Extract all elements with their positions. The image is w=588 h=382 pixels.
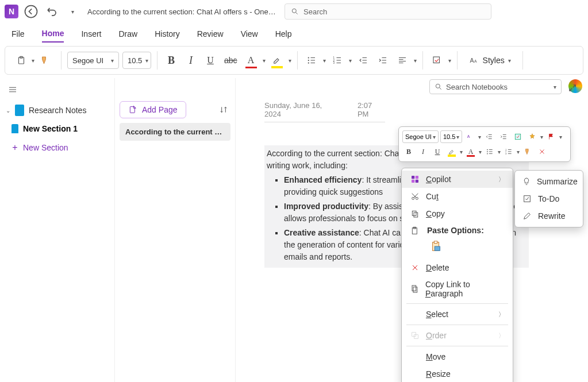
mini-todo-button[interactable] xyxy=(512,130,524,143)
numbering-menu[interactable]: ▾ xyxy=(349,57,352,64)
mini-size-combo[interactable]: 10.5▾ xyxy=(440,130,462,143)
tab-view[interactable]: View xyxy=(241,26,258,42)
customize-toolbar-button[interactable]: ▾ xyxy=(64,3,80,20)
ctx-cut[interactable]: Cut xyxy=(402,188,513,205)
mini-fontcolor-menu[interactable]: ▾ xyxy=(479,149,482,155)
mini-tags-button[interactable] xyxy=(526,130,539,143)
font-color-menu[interactable]: ▾ xyxy=(263,57,266,64)
font-name-combo[interactable]: Segoe UI▾ xyxy=(67,52,119,69)
align-menu[interactable]: ▾ xyxy=(414,57,417,64)
mini-flag-menu[interactable]: ▾ xyxy=(559,134,562,140)
underline-button[interactable]: U xyxy=(202,51,218,70)
global-search[interactable]: Search xyxy=(285,3,491,20)
tab-insert[interactable]: Insert xyxy=(81,26,101,42)
pages-sidebar: Add Page According to the current … xyxy=(115,78,236,382)
tab-draw[interactable]: Draw xyxy=(118,26,137,42)
expand-page-button[interactable] xyxy=(567,83,578,95)
notebook-header[interactable]: ⌄ Research Notes xyxy=(0,101,114,119)
ctx-delete[interactable]: Delete xyxy=(402,259,513,276)
checkbox-icon xyxy=(522,194,532,204)
tab-help[interactable]: Help xyxy=(275,26,292,42)
ctx-paste-header: Paste Options: xyxy=(402,222,513,236)
page-item-active[interactable]: According to the current … xyxy=(120,123,230,141)
ctx-label: Order xyxy=(426,331,447,340)
ctx-label: Delete xyxy=(426,263,449,272)
add-page-button[interactable]: Add Page xyxy=(120,101,186,118)
ctx-label: Copy Link to Paragraph xyxy=(425,280,505,298)
ctx-label: Copy xyxy=(426,209,445,218)
sub-todo[interactable]: To-Do xyxy=(515,190,583,207)
svg-point-6 xyxy=(308,62,309,63)
back-button[interactable] xyxy=(23,3,39,20)
mini-tags-menu[interactable]: ▾ xyxy=(540,134,543,140)
hamburger-button[interactable] xyxy=(5,80,21,99)
sort-pages-button[interactable] xyxy=(217,103,230,117)
mini-formatpainter-button[interactable] xyxy=(521,145,534,158)
mini-delete-button[interactable] xyxy=(536,145,548,158)
bullets-menu[interactable]: ▾ xyxy=(323,57,326,64)
font-color-button[interactable]: A xyxy=(243,51,259,70)
tab-home[interactable]: Home xyxy=(42,25,64,43)
sub-rewrite[interactable]: Rewrite xyxy=(515,207,583,225)
mini-bullets-menu[interactable]: ▾ xyxy=(498,149,501,155)
bullets-button[interactable] xyxy=(303,51,320,70)
indent-button[interactable] xyxy=(375,51,391,70)
sections-sidebar: ⌄ Research Notes New Section 1 + New Sec… xyxy=(0,78,115,382)
font-size-combo[interactable]: 10.5▾ xyxy=(122,52,151,69)
chevron-right-icon: 〉 xyxy=(498,310,505,319)
mini-italic-button[interactable]: I xyxy=(417,145,429,158)
ctx-label: Select xyxy=(426,310,448,319)
undo-button[interactable] xyxy=(44,3,60,20)
tab-history[interactable]: History xyxy=(155,26,180,42)
ctx-label: Cut xyxy=(426,192,439,201)
styles-button[interactable]: AA Styles▾ xyxy=(463,51,517,70)
svg-rect-37 xyxy=(413,287,417,292)
mini-fontcolor-button[interactable]: A xyxy=(464,145,477,158)
ctx-select[interactable]: Select 〉 xyxy=(402,306,513,323)
mini-outdent-button[interactable] xyxy=(483,130,495,143)
strikethrough-button[interactable]: abc xyxy=(222,51,240,70)
mini-styles-menu[interactable]: ▾ xyxy=(478,134,481,140)
tags-menu[interactable]: ▾ xyxy=(448,57,451,64)
highlight-button[interactable] xyxy=(269,51,285,70)
paste-button[interactable] xyxy=(13,51,29,70)
mini-numbering-button[interactable]: 123 xyxy=(502,145,515,158)
ctx-copy-link[interactable]: Copy Link to Paragraph xyxy=(402,276,513,302)
search-placeholder: Search xyxy=(303,7,327,16)
mini-highlight-menu[interactable]: ▾ xyxy=(460,149,463,155)
ctx-resize[interactable]: Resize xyxy=(402,365,513,382)
tab-file[interactable]: File xyxy=(11,26,25,42)
outdent-button[interactable] xyxy=(355,51,371,70)
sub-summarize[interactable]: Summarize xyxy=(515,173,583,190)
ctx-copilot[interactable]: Copilot 〉 xyxy=(402,171,513,188)
section-label: New Section 1 xyxy=(23,124,78,133)
new-section-button[interactable]: + New Section xyxy=(0,138,114,157)
mini-underline-button[interactable]: U xyxy=(431,145,444,158)
svg-text:A: A xyxy=(467,134,470,138)
mini-flag-button[interactable] xyxy=(545,130,558,143)
paste-menu-chevron[interactable]: ▾ xyxy=(32,57,34,64)
numbering-button[interactable]: 123 xyxy=(329,51,345,70)
mini-styles-button[interactable]: A xyxy=(464,130,476,143)
paste-keep-source-button[interactable] xyxy=(427,237,445,256)
align-button[interactable] xyxy=(394,51,410,70)
search-icon xyxy=(291,7,299,16)
format-painter-button[interactable] xyxy=(37,51,53,70)
highlight-menu[interactable]: ▾ xyxy=(289,57,291,64)
bold-button[interactable]: B xyxy=(163,51,179,70)
mini-indent-button[interactable] xyxy=(497,130,510,143)
mini-font-combo[interactable]: Segoe UI▾ xyxy=(402,130,439,143)
mini-numbering-menu[interactable]: ▾ xyxy=(517,149,520,155)
mini-highlight-button[interactable] xyxy=(445,145,458,158)
mini-bullets-button[interactable] xyxy=(483,145,496,158)
section-item-active[interactable]: New Section 1 xyxy=(0,119,114,138)
svg-rect-39 xyxy=(414,335,418,339)
tab-review[interactable]: Review xyxy=(197,26,224,42)
italic-button[interactable]: I xyxy=(183,51,199,70)
ctx-copy[interactable]: Copy xyxy=(402,205,513,222)
ctx-move[interactable]: Move xyxy=(402,348,513,365)
mini-bold-button[interactable]: B xyxy=(402,145,415,158)
new-section-label: New Section xyxy=(23,143,68,152)
tags-button[interactable] xyxy=(429,51,445,70)
chevron-right-icon: 〉 xyxy=(498,175,505,184)
